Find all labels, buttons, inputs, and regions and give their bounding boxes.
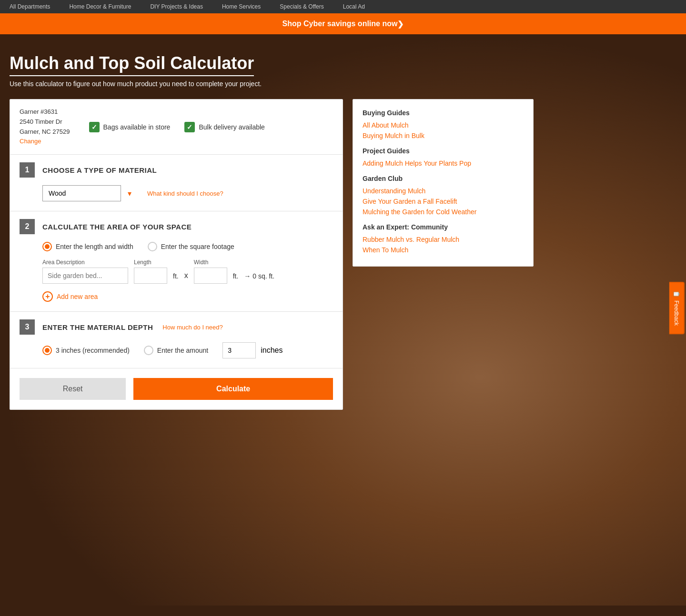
step2-header: 2 CALCULATE THE AREA OF YOUR SPACE xyxy=(10,211,343,242)
step3-section: 3 ENTER THE MATERIAL DEPTH How much do I… xyxy=(10,312,343,368)
garden-club-title: Garden Club xyxy=(363,175,524,182)
guide-link-plants-pop[interactable]: Adding Mulch Helps Your Plants Pop xyxy=(363,159,524,167)
guide-link-buying-bulk[interactable]: Buying Mulch in Bulk xyxy=(363,132,524,139)
radio-length-width[interactable]: Enter the length and width xyxy=(42,242,133,251)
store-name: Garner #3631 xyxy=(20,107,70,117)
bags-checkbox: ✓ xyxy=(89,122,100,132)
step1-title: CHOOSE A TYPE OF MATERIAL xyxy=(42,166,157,174)
add-area-label: Add new area xyxy=(57,293,98,300)
area-result: → 0 sq. ft. xyxy=(244,272,274,284)
multiply-icon: x xyxy=(184,271,188,284)
radio-custom-label: Enter the amount xyxy=(157,347,208,354)
promo-arrow-icon: ❯ xyxy=(397,20,404,29)
action-buttons: Reset Calculate xyxy=(10,368,343,409)
step3-title: ENTER THE MATERIAL DEPTH xyxy=(42,323,153,331)
nav-item-diy[interactable]: DIY Projects & Ideas xyxy=(150,3,203,10)
material-select[interactable]: WoodPine StrawTop SoilRubber xyxy=(42,185,138,201)
bulk-label: Bulk delivery available xyxy=(199,123,265,131)
guide-link-rubber-vs-regular[interactable]: Rubber Mulch vs. Regular Mulch xyxy=(363,236,524,243)
step1-section: 1 CHOOSE A TYPE OF MATERIAL WoodPine Str… xyxy=(10,155,343,211)
length-unit: ft. xyxy=(173,272,179,284)
guide-link-all-about-mulch[interactable]: All About Mulch xyxy=(363,121,524,129)
radio-custom-depth[interactable]: Enter the amount xyxy=(144,346,208,355)
depth-help-link[interactable]: How much do I need? xyxy=(162,324,222,331)
radio-custom-outer xyxy=(144,346,153,355)
store-badges: ✓ Bags available in store ✓ Bulk deliver… xyxy=(89,122,265,132)
store-address: Garner #3631 2540 Timber Dr Garner, NC 2… xyxy=(20,107,70,147)
ask-expert-title: Ask an Expert: Community xyxy=(363,223,524,231)
step1-header: 1 CHOOSE A TYPE OF MATERIAL xyxy=(10,155,343,185)
guide-link-when-to-mulch[interactable]: When To Mulch xyxy=(363,246,524,254)
store-address2: Garner, NC 27529 xyxy=(20,127,70,137)
bulk-checkbox: ✓ xyxy=(184,122,195,132)
radio-sqft-outer xyxy=(148,242,157,251)
feedback-tab[interactable]: 📋 Feedback xyxy=(669,282,685,334)
area-description-input[interactable] xyxy=(42,268,128,284)
promo-text: Shop Cyber savings online now xyxy=(282,20,398,28)
guide-link-understanding[interactable]: Understanding Mulch xyxy=(363,187,524,195)
calculator-panel: Garner #3631 2540 Timber Dr Garner, NC 2… xyxy=(10,99,343,410)
depth-header: ENTER THE MATERIAL DEPTH How much do I n… xyxy=(42,323,223,331)
buying-guides-title: Buying Guides xyxy=(363,109,524,117)
depth-value-input[interactable] xyxy=(222,342,256,358)
plus-icon: + xyxy=(42,291,53,302)
radio-recommended-label: 3 inches (recommended) xyxy=(56,347,130,354)
material-row: WoodPine StrawTop SoilRubber ▾ What kind… xyxy=(42,185,333,201)
bulk-badge: ✓ Bulk delivery available xyxy=(184,122,265,132)
step1-number: 1 xyxy=(20,162,35,178)
promo-banner[interactable]: Shop Cyber savings online now ❯ xyxy=(0,13,686,34)
store-info: Garner #3631 2540 Timber Dr Garner, NC 2… xyxy=(10,99,343,155)
length-label: Length xyxy=(134,259,167,266)
page-title: Mulch and Top Soil Calculator xyxy=(10,53,254,76)
feedback-icon: 📋 xyxy=(673,290,680,298)
radio-sqft-label: Enter the square footage xyxy=(161,243,234,250)
page-subtitle: Use this calculator to figure out how mu… xyxy=(10,80,676,88)
nav-item-local[interactable]: Local Ad xyxy=(343,3,365,10)
area-desc-group: Area Description xyxy=(42,259,128,284)
width-group: Width xyxy=(194,259,227,284)
material-help-link[interactable]: What kind should I choose? xyxy=(147,190,223,197)
top-nav: All Departments Home Decor & Furniture D… xyxy=(0,0,686,13)
radio-lw-outer xyxy=(42,242,52,251)
nav-item-decor[interactable]: Home Decor & Furniture xyxy=(69,3,131,10)
radio-lw-label: Enter the length and width xyxy=(56,243,133,250)
step2-body: Enter the length and width Enter the squ… xyxy=(10,242,343,311)
radio-lw-inner xyxy=(45,244,50,249)
guide-link-fall-facelift[interactable]: Give Your Garden a Fall Facelift xyxy=(363,198,524,205)
depth-input-row: inches xyxy=(222,342,282,358)
bags-badge: ✓ Bags available in store xyxy=(89,122,171,132)
nav-item-specials[interactable]: Specials & Offers xyxy=(280,3,323,10)
inches-label: inches xyxy=(261,346,282,355)
step1-body: WoodPine StrawTop SoilRubber ▾ What kind… xyxy=(10,185,343,211)
nav-item-services[interactable]: Home Services xyxy=(222,3,261,10)
step2-section: 2 CALCULATE THE AREA OF YOUR SPACE Enter… xyxy=(10,211,343,312)
width-label: Width xyxy=(194,259,227,266)
step2-number: 2 xyxy=(20,219,35,234)
step3-header: 3 ENTER THE MATERIAL DEPTH How much do I… xyxy=(10,312,343,342)
reset-button[interactable]: Reset xyxy=(20,378,126,400)
guide-link-cold-weather[interactable]: Mulching the Garden for Cold Weather xyxy=(363,208,524,216)
area-desc-label: Area Description xyxy=(42,259,128,266)
calculate-button[interactable]: Calculate xyxy=(133,378,333,400)
step2-title: CALCULATE THE AREA OF YOUR SPACE xyxy=(42,223,192,231)
step3-number: 3 xyxy=(20,319,35,335)
radio-sqft[interactable]: Enter the square footage xyxy=(148,242,234,251)
step3-body: 3 inches (recommended) Enter the amount … xyxy=(10,342,343,368)
nav-item-departments[interactable]: All Departments xyxy=(10,3,50,10)
length-input[interactable] xyxy=(134,268,167,284)
feedback-label: Feedback xyxy=(673,300,680,326)
bags-label: Bags available in store xyxy=(103,123,171,131)
guides-panel: Buying Guides All About Mulch Buying Mul… xyxy=(353,99,534,267)
add-area-button[interactable]: + Add new area xyxy=(42,291,98,302)
radio-rec-inner xyxy=(45,348,50,353)
area-inputs-row: Area Description Length ft. x Width xyxy=(42,259,333,284)
hero-section: Mulch and Top Soil Calculator Use this c… xyxy=(0,34,686,606)
radio-recommended-depth[interactable]: 3 inches (recommended) xyxy=(42,346,130,355)
width-input[interactable] xyxy=(194,268,227,284)
depth-radio-group: 3 inches (recommended) Enter the amount … xyxy=(42,342,333,358)
length-group: Length xyxy=(134,259,167,284)
project-guides-title: Project Guides xyxy=(363,147,524,155)
store-address1: 2540 Timber Dr xyxy=(20,117,70,127)
radio-rec-outer xyxy=(42,346,52,355)
store-change-link[interactable]: Change xyxy=(20,138,41,145)
